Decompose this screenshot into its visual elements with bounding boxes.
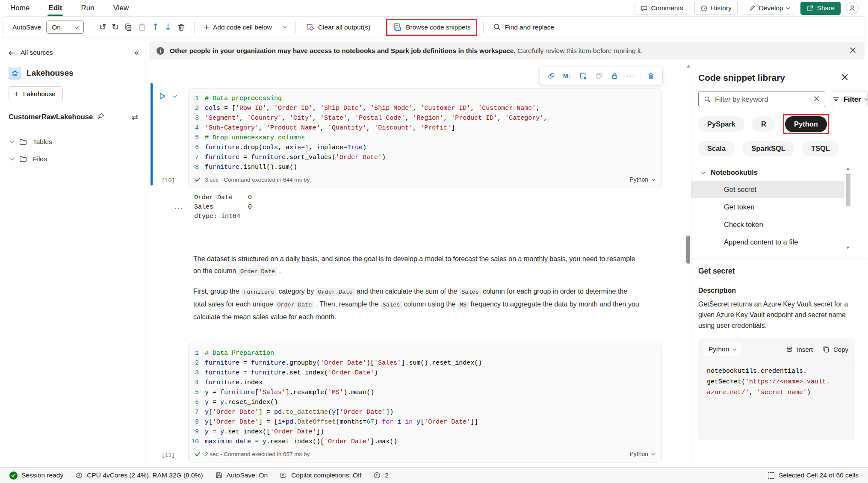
- undo-button[interactable]: ↺: [96, 20, 109, 34]
- snippet-group-notebookutils[interactable]: Notebookutils: [691, 166, 844, 181]
- chevron-down-icon: [10, 156, 14, 161]
- cell-editor[interactable]: 1# Data Preparation2furniture = furnitur…: [188, 343, 662, 462]
- menu-edit[interactable]: Edit: [47, 1, 63, 15]
- autosave-status[interactable]: AutoSave: On: [215, 471, 268, 479]
- snippet-language-dropdown[interactable]: Python: [703, 342, 741, 356]
- code-cell-2[interactable]: 1# Data Preparation2furniture = furnitur…: [188, 343, 662, 462]
- resource-usage[interactable]: CPU 4vCores (2.4%), RAM 32G (8.0%): [75, 471, 203, 479]
- autosave-status-label: AutoSave: On: [227, 471, 268, 479]
- panel-scrollbar-track[interactable]: [864, 62, 864, 467]
- scroll-down-icon[interactable]: [846, 247, 850, 249]
- markdown-cell[interactable]: The dataset is structured on a daily bas…: [193, 253, 640, 323]
- insert-snippet-button[interactable]: Insert: [785, 345, 813, 353]
- browse-snippets-highlight-box: </> Browse code snippets: [386, 19, 477, 36]
- menu-view[interactable]: View: [112, 1, 130, 15]
- menubar: Home Edit Run View Comments History Deve…: [0, 0, 868, 16]
- switch-lakehouse-icon[interactable]: ⇄: [131, 112, 139, 122]
- copy-snippet-button[interactable]: Copy: [822, 345, 848, 353]
- sidebar-header-row: ← All sources «: [9, 48, 139, 57]
- scrollbar-thumb[interactable]: [846, 174, 850, 206]
- banner-close-icon[interactable]: [848, 45, 858, 56]
- snippet-item-get-token[interactable]: Get token: [691, 198, 844, 216]
- collapse-output-icon[interactable]: ···: [174, 193, 183, 221]
- copilot-status[interactable]: Copilot completions: Off: [280, 471, 361, 479]
- snippet-item-get-secret[interactable]: Get secret: [691, 181, 844, 198]
- delete-cell-icon[interactable]: [644, 70, 658, 82]
- snippet-list-scrollbar[interactable]: [844, 166, 852, 251]
- comments-button[interactable]: Comments: [635, 2, 689, 15]
- chip-pyspark[interactable]: PySpark: [698, 116, 744, 132]
- delete-cell-button[interactable]: [174, 21, 188, 34]
- move-cell-down-button[interactable]: ↓: [162, 20, 174, 34]
- pin-icon[interactable]: [96, 112, 106, 122]
- work-row: M↓ ···: [145, 62, 868, 467]
- cell-footer: 2 sec - Command executed in 657 ms by Py…: [189, 447, 661, 460]
- autosave-dropdown[interactable]: On: [46, 21, 84, 34]
- cell-editor[interactable]: 1# Data preprocessing2cols = ['Row ID', …: [188, 88, 662, 188]
- add-lakehouse-button[interactable]: + Lakehouse: [9, 86, 63, 101]
- toolbar-divider: [295, 21, 296, 34]
- chip-sparksql[interactable]: SparkSQL: [742, 141, 794, 156]
- cell-hover-toolbar: M↓ ···: [540, 67, 663, 85]
- history-button[interactable]: History: [694, 2, 738, 15]
- run-options-chevron-icon[interactable]: [173, 94, 177, 98]
- chevron-down-icon: [10, 139, 14, 144]
- folder-icon: [19, 155, 27, 163]
- develop-button[interactable]: Develop: [743, 2, 795, 15]
- chip-tsql[interactable]: TSQL: [802, 141, 839, 156]
- snippet-item-append-content[interactable]: Append content to a file: [691, 233, 844, 251]
- session-status-label: Session ready: [21, 471, 63, 479]
- filter-label: Filter: [844, 95, 861, 103]
- tree-item-tables[interactable]: Tables: [9, 133, 139, 150]
- panel-close-icon[interactable]: [839, 72, 850, 84]
- run-cell-button[interactable]: [157, 91, 167, 101]
- clear-cell-output-icon[interactable]: [576, 70, 590, 82]
- filter-button[interactable]: Filter: [832, 91, 868, 107]
- tree-item-files[interactable]: Files: [9, 150, 139, 168]
- code-cell-1[interactable]: M↓ ···: [188, 88, 662, 188]
- find-and-replace-label: Find and replace: [505, 24, 554, 31]
- convert-to-markdown-button[interactable]: M↓: [560, 71, 574, 81]
- error-count[interactable]: 2: [373, 471, 389, 479]
- sidebar-collapse-button[interactable]: «: [134, 48, 139, 57]
- cell-code[interactable]: 1# Data Preparation2furniture = furnitur…: [189, 348, 661, 447]
- clear-filter-icon[interactable]: [813, 95, 821, 104]
- copilot-rings-icon[interactable]: [544, 70, 558, 82]
- keyword-filter-input[interactable]: [715, 95, 809, 103]
- clear-all-outputs-button[interactable]: Clear all output(s): [302, 20, 374, 34]
- copy-button[interactable]: [121, 21, 135, 34]
- play-icon: [157, 91, 167, 101]
- scroll-up-icon[interactable]: [687, 65, 690, 68]
- lakehouse-item-row[interactable]: CustomerRawLakehouse ⇄: [9, 112, 139, 122]
- add-code-cell-button[interactable]: + Add code cell below: [201, 20, 289, 34]
- error-count-label: 2: [385, 471, 389, 479]
- account-avatar[interactable]: [846, 2, 859, 15]
- session-status[interactable]: Session ready: [9, 471, 63, 480]
- snippet-item-check-token[interactable]: Check token: [691, 216, 844, 233]
- paste-button[interactable]: [135, 21, 149, 34]
- chip-python[interactable]: Python: [785, 116, 827, 132]
- chip-scala[interactable]: Scala: [698, 141, 735, 156]
- snippet-code[interactable]: notebookutils.credentials.getSecret('htt…: [698, 360, 855, 398]
- chip-r[interactable]: R: [752, 116, 775, 132]
- menu-run[interactable]: Run: [80, 1, 95, 15]
- lock-cell-icon[interactable]: [608, 70, 622, 82]
- notebook-toolbar: AutoSave On ↺ ↻ ↑ ↓ + Add code cell belo…: [3, 16, 865, 38]
- cell-language-dropdown[interactable]: Python: [629, 176, 655, 183]
- more-options-icon[interactable]: ···: [623, 71, 638, 82]
- scroll-up-icon[interactable]: [846, 168, 850, 170]
- scrollbar-thumb[interactable]: [686, 236, 690, 264]
- cell-language-dropdown[interactable]: Python: [629, 451, 655, 457]
- menu-home[interactable]: Home: [9, 1, 30, 15]
- move-cell-up-button[interactable]: ↑: [149, 20, 162, 34]
- markdown-paragraph: The dataset is structured on a daily bas…: [193, 253, 640, 278]
- resource-usage-label: CPU 4vCores (2.4%), RAM 32G (8.0%): [87, 471, 203, 479]
- notebook-scrollbar[interactable]: [685, 62, 691, 467]
- all-sources-back-button[interactable]: ← All sources: [9, 48, 53, 57]
- find-and-replace-button[interactable]: Find and replace: [490, 21, 558, 34]
- redo-button[interactable]: ↻: [109, 20, 122, 34]
- browse-code-snippets-button[interactable]: </> Browse code snippets: [391, 22, 472, 33]
- cell-code[interactable]: 1# Data preprocessing2cols = ['Row ID', …: [189, 94, 661, 172]
- share-button[interactable]: Share: [800, 2, 841, 15]
- duplicate-cell-icon[interactable]: [592, 70, 606, 82]
